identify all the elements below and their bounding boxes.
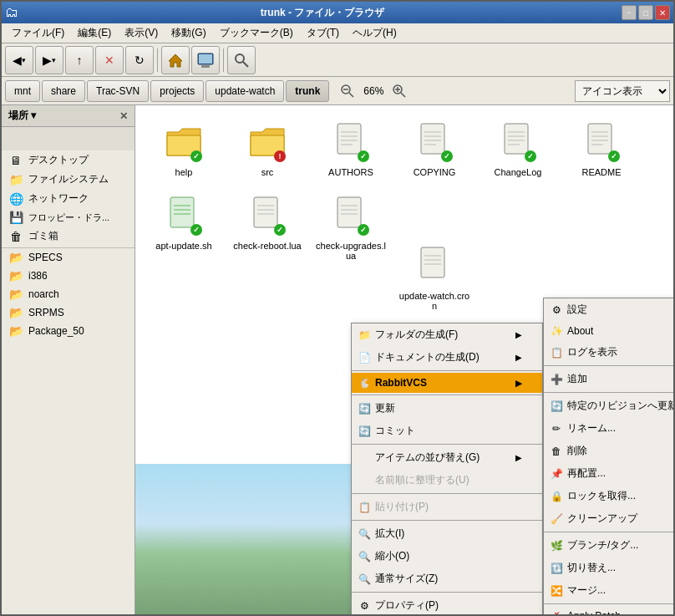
home-button[interactable] [161,46,190,74]
breadcrumb-trac-svn[interactable]: Trac-SVN [87,80,149,102]
cm-item-relocate[interactable]: 📌 再配置... [544,462,673,485]
cm-item-new-folder[interactable]: 📁 フォルダの生成(F) ▶ [352,323,542,346]
file-label: apt-update.sh [155,241,211,251]
sidebar-item-trash[interactable]: 🗑 ゴミ箱 [2,227,134,246]
breadcrumb-mnt[interactable]: mnt [5,80,40,102]
file-area[interactable]: ✓ help ! src [135,105,673,614]
cm-item-update-revision[interactable]: 🔄 特定のリビジョンへ更新... [544,395,673,417]
sidebar-item-unknown[interactable] [2,127,134,150]
menu-help[interactable]: ヘルプ(H) [346,24,403,42]
cm-item-zoom-in[interactable]: 🔍 拡大(I) [352,522,542,545]
cm-separator [352,395,542,395]
cm-item-cleanup[interactable]: 🧹 クリーンアップ [544,507,673,530]
file-label: check-upgrades.lua [314,241,388,261]
cm-label: 設定 [567,303,587,317]
file-item-readme[interactable]: ✓ README [561,114,642,184]
cm-item-paste[interactable]: 📋 貼り付け(P) [352,496,542,518]
context-menu-rabbitvcs[interactable]: ⚙ 設定 ✨ About 📋 ログを表示 ➕ 追加 [543,298,673,614]
branch-icon: 🌿 [549,540,564,552]
sidebar-item-desktop[interactable]: 🖥 デスクトップ [2,150,134,170]
breadcrumb-update-watch[interactable]: update-watch [206,80,284,102]
sidebar-item-label: Package_50 [28,325,84,337]
vcs-badge: ✓ [190,150,202,162]
menu-file[interactable]: ファイル(F) [5,24,71,42]
sidebar-item-srpms[interactable]: 📂 SRPMS [2,303,134,322]
breadcrumb-trunk[interactable]: trunk [286,80,329,102]
delete-icon: 🗑 [549,445,564,457]
stop-button[interactable]: ✕ [95,46,124,74]
vcs-badge: ✓ [358,224,369,236]
file-item-copying[interactable]: ✓ COPYING [394,114,475,184]
cm-item-new-doc[interactable]: 📄 ドキュメントの生成(D) ▶ [352,346,542,369]
patch-icon: ✗ [549,610,564,614]
file-authors-icon: ✓ [331,120,371,164]
cm-item-delete[interactable]: 🗑 削除 [544,440,673,462]
cm-separator [352,592,542,593]
menu-tab[interactable]: タブ(T) [300,24,346,42]
menu-edit[interactable]: 編集(E) [71,24,118,42]
zoom-out-icon: 🔍 [357,551,372,563]
menu-bookmarks[interactable]: ブックマーク(B) [213,24,300,42]
cm-item-sort[interactable]: アイテムの並び替え(G) ▶ [352,446,542,469]
breadcrumb-projects[interactable]: projects [150,80,204,102]
menu-go[interactable]: 移動(G) [165,24,212,42]
file-item-update-watch-cron[interactable]: update-watch.cron [394,237,475,318]
zoom-in-button[interactable] [389,81,409,101]
file-item-check-reboot[interactable]: ✓ check-reboot.lua [227,187,307,318]
up-button[interactable]: ↑ [65,46,94,74]
cm-item-update[interactable]: 🔄 更新 [352,397,542,420]
sidebar-item-floppy[interactable]: 💾 フロッピー・ドラ... [2,208,134,227]
cm-item-lock[interactable]: 🔒 ロックを取得... [544,485,673,507]
file-item-apt-update[interactable]: ✓ apt-update.sh [144,187,224,318]
context-menu-left[interactable]: 📁 フォルダの生成(F) ▶ 📄 ドキュメントの生成(D) ▶ 🐇 Rabbit… [351,323,543,614]
svg-line-7 [349,93,353,97]
update-rev-icon: 🔄 [549,400,564,412]
cm-item-rabbitvcs[interactable]: 🐇 RabbitVCS ▶ [352,373,542,393]
cm-item-branch-tag[interactable]: 🌿 ブランチ/タグ... [544,534,673,557]
zoom-in-icon: 🔍 [357,528,372,540]
cm-item-settings[interactable]: ⚙ 設定 [544,298,673,321]
reload-button[interactable]: ↻ [125,46,154,74]
search-button[interactable] [227,46,256,74]
menu-view[interactable]: 表示(V) [118,24,165,42]
cm-item-zoom-out[interactable]: 🔍 縮小(O) [352,545,542,568]
sidebar-item-filesystem[interactable]: 📁 ファイルシステム [2,170,134,189]
paste-icon: 📋 [357,501,372,513]
back-button[interactable]: ◀▾ [5,46,33,74]
sidebar-item-network[interactable]: 🌐 ネットワーク [2,189,134,208]
zoom-out-button[interactable] [338,81,358,101]
cm-item-rename[interactable]: ✏ リネーム... [544,417,673,440]
folder-icon: 📂 [8,306,23,319]
sidebar-close-button[interactable]: ✕ [119,110,128,122]
sidebar-item-i386[interactable]: 📂 i386 [2,267,134,285]
file-checkreboot-icon: ✓ [247,194,287,237]
file-item-changelog[interactable]: ✓ ChangeLog [478,114,558,184]
cm-item-merge[interactable]: 🔀 マージ... [544,579,673,602]
close-button[interactable]: ✕ [655,5,670,20]
sidebar-item-package50[interactable]: 📂 Package_50 [2,322,134,340]
sidebar-item-specs[interactable]: 📂 SPECS [2,248,134,267]
computer-button[interactable] [191,46,220,74]
cm-item-properties[interactable]: ⚙ プロパティ(P) [352,594,542,614]
cm-label: 削除 [567,444,587,458]
breadcrumb-share[interactable]: share [42,80,85,102]
sidebar-item-noarch[interactable]: 📂 noarch [2,285,134,303]
forward-button[interactable]: ▶▾ [35,46,63,74]
svg-rect-13 [338,124,361,154]
cm-item-switch[interactable]: 🔃 切り替え... [544,557,673,579]
file-item-authors[interactable]: ✓ AUTHORS [311,114,391,184]
cm-item-about[interactable]: ✨ About [544,321,673,341]
cm-item-apply-patch[interactable]: ✗ Apply Patch... [544,606,673,614]
minimize-button[interactable]: － [622,5,637,20]
file-item-help[interactable]: ✓ help [144,114,224,184]
toolbar-separator-2 [223,48,224,72]
cm-item-log[interactable]: 📋 ログを表示 [544,341,673,364]
view-mode-select[interactable]: アイコン表示 リスト表示 コンパクト表示 [575,80,670,102]
maximize-button[interactable]: □ [638,5,653,20]
file-item-check-upgrades[interactable]: ✓ check-upgrades.lua [311,187,391,318]
cm-item-commit[interactable]: 🔄 コミット [352,420,542,442]
cm-item-normal-size[interactable]: 🔍 通常サイズ(Z) [352,568,542,590]
cm-item-add[interactable]: ➕ 追加 [544,368,673,390]
file-item-src[interactable]: ! src [227,114,307,184]
sidebar-item-label: SPECS [28,252,63,263]
